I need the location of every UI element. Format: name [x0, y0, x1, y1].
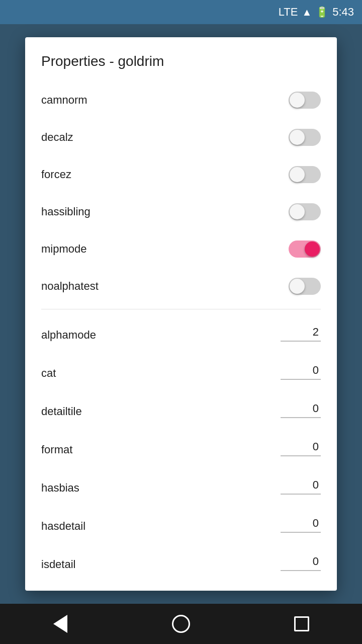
toggle-camnorm[interactable] [289, 92, 321, 109]
nav-back-button[interactable] [45, 609, 75, 639]
number-input-hasdetail[interactable] [281, 515, 321, 533]
toggle-forcez[interactable] [289, 166, 321, 183]
number-label-detailtile: detailtile [41, 405, 82, 418]
nav-recents-button[interactable] [287, 609, 317, 639]
dialog-title: Properties - goldrim [25, 37, 337, 82]
number-input-alphamode[interactable] [281, 324, 321, 342]
toggle-row-decalz: decalz [41, 119, 321, 156]
number-label-hasdetail: hasdetail [41, 520, 85, 533]
toggle-label-forcez: forcez [41, 168, 71, 181]
toggle-knob-forcez [290, 167, 305, 182]
dialog-actions: CANCEL OK [25, 581, 337, 591]
home-icon [172, 615, 190, 633]
toggle-label-decalz: decalz [41, 131, 73, 144]
number-label-cat: cat [41, 367, 56, 380]
number-input-format[interactable] [281, 438, 321, 456]
number-row-detailtile: detailtile [41, 390, 321, 428]
toggle-knob-decalz [290, 130, 305, 145]
status-bar: LTE ▲ 🔋 5:43 [0, 0, 362, 24]
toggle-label-noalphatest: noalphatest [41, 280, 99, 293]
number-input-isdetail[interactable] [281, 553, 321, 571]
toggle-row-noalphatest: noalphatest [41, 268, 321, 305]
number-row-cat: cat [41, 352, 321, 390]
number-input-hasbias[interactable] [281, 476, 321, 495]
status-lte: LTE [279, 6, 298, 19]
nav-home-button[interactable] [166, 609, 196, 639]
toggle-row-hassibling: hassibling [41, 193, 321, 230]
number-label-format: format [41, 443, 72, 456]
number-row-hasdetail: hasdetail [41, 505, 321, 543]
toggle-knob-noalphatest [290, 279, 305, 294]
toggle-mipmode[interactable] [289, 240, 321, 258]
toggle-row-camnorm: camnorm [41, 82, 321, 119]
signal-icon: ▲ [302, 7, 312, 18]
status-time: 5:43 [332, 6, 354, 19]
number-input-cat[interactable] [281, 362, 321, 380]
toggle-knob-mipmode [305, 242, 320, 257]
number-label-alphamode: alphamode [41, 329, 96, 342]
toggle-decalz[interactable] [289, 129, 321, 146]
number-row-alphamode: alphamode [41, 313, 321, 352]
number-row-hasbias: hasbias [41, 466, 321, 505]
navigation-bar [0, 604, 362, 644]
toggle-label-mipmode: mipmode [41, 243, 86, 256]
back-icon [53, 615, 67, 633]
toggle-knob-hassibling [290, 204, 305, 219]
battery-icon: 🔋 [316, 6, 328, 18]
toggle-hassibling[interactable] [289, 203, 321, 220]
toggle-label-camnorm: camnorm [41, 94, 87, 107]
recents-icon [294, 616, 309, 631]
dialog-body: camnorm decalz forcez h [25, 82, 337, 581]
toggle-row-forcez: forcez [41, 156, 321, 193]
toggle-knob-camnorm [290, 93, 305, 108]
number-label-hasbias: hasbias [41, 481, 79, 495]
properties-dialog: Properties - goldrim camnorm decalz forc… [25, 37, 337, 591]
number-label-isdetail: isdetail [41, 558, 75, 571]
section-divider [41, 309, 321, 309]
number-row-format: format [41, 428, 321, 466]
number-row-isdetail: isdetail [41, 543, 321, 581]
toggle-label-hassibling: hassibling [41, 205, 90, 218]
toggle-noalphatest[interactable] [289, 278, 321, 295]
number-input-detailtile[interactable] [281, 400, 321, 418]
dialog-overlay: Properties - goldrim camnorm decalz forc… [0, 24, 362, 604]
toggle-row-mipmode: mipmode [41, 230, 321, 268]
